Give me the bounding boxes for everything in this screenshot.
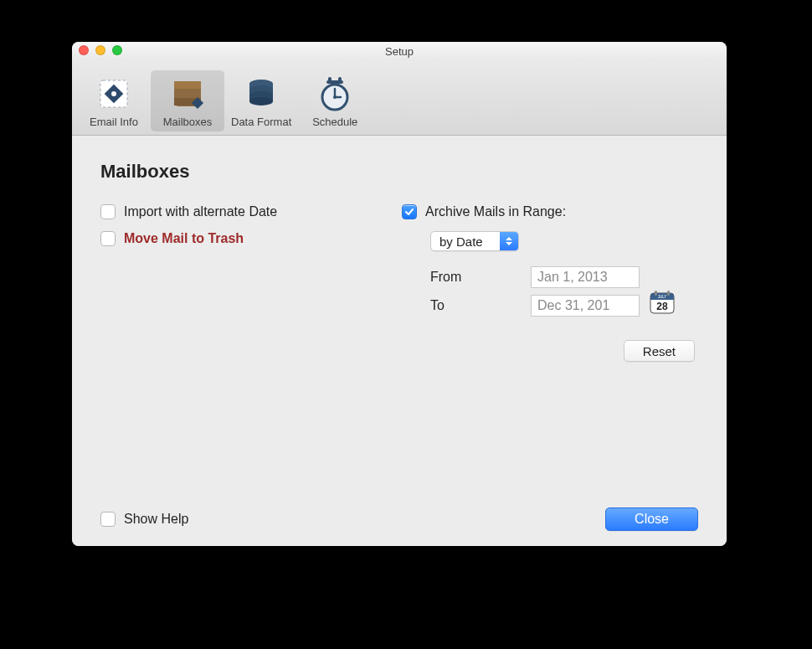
- range-mode-value: by Date: [431, 232, 500, 250]
- footer: Show Help Close: [100, 507, 698, 531]
- close-button[interactable]: Close: [605, 507, 698, 531]
- svg-text:JULY: JULY: [658, 295, 667, 299]
- archive-range-label: Archive Mails in Range:: [425, 204, 566, 219]
- toolbar-item-email-info[interactable]: Email Info: [77, 70, 151, 131]
- toolbar-item-label: Data Format: [231, 116, 291, 128]
- data-format-icon: [243, 75, 280, 112]
- svg-rect-26: [667, 291, 670, 296]
- import-alternate-date-label: Import with alternate Date: [124, 204, 277, 219]
- archive-range-checkbox[interactable]: [402, 204, 417, 219]
- toolbar-item-label: Schedule: [312, 116, 357, 128]
- show-help-label: Show Help: [124, 512, 188, 527]
- range-mode-select[interactable]: by Date: [430, 231, 519, 251]
- schedule-icon: [316, 75, 353, 112]
- setup-window: Setup Email Info: [72, 42, 727, 546]
- from-date-input[interactable]: Jan 1, 2013: [531, 266, 640, 288]
- svg-rect-4: [174, 81, 201, 89]
- to-label: To: [430, 298, 531, 313]
- move-mail-to-trash-label: Move Mail to Trash: [124, 231, 244, 246]
- archive-range-row: Archive Mails in Range:: [402, 204, 698, 219]
- toolbar: Email Info Mailboxes: [72, 60, 727, 136]
- svg-point-14: [249, 97, 273, 106]
- svg-point-21: [333, 95, 337, 99]
- titlebar: Setup: [72, 42, 727, 60]
- svg-rect-17: [326, 80, 343, 84]
- content-area: Mailboxes Import with alternate Date Mov…: [72, 136, 727, 546]
- from-row: From Jan 1, 2013: [430, 266, 698, 288]
- toolbar-item-label: Email Info: [90, 116, 138, 128]
- move-mail-to-trash-checkbox[interactable]: [100, 231, 116, 246]
- calendar-icon: JULY 28: [648, 288, 676, 317]
- show-help-row: Show Help: [100, 512, 188, 527]
- calendar-picker-button[interactable]: JULY 28: [648, 288, 676, 319]
- reset-button[interactable]: Reset: [624, 340, 695, 362]
- window-controls: [79, 45, 122, 55]
- close-window-button[interactable]: [79, 45, 89, 55]
- show-help-checkbox[interactable]: [100, 512, 116, 527]
- page-title: Mailboxes: [100, 161, 698, 183]
- email-info-icon: [95, 75, 132, 112]
- toolbar-item-data-format[interactable]: Data Format: [224, 70, 298, 131]
- move-mail-to-trash-row: Move Mail to Trash: [100, 231, 377, 246]
- from-label: From: [430, 270, 531, 285]
- left-column: Import with alternate Date Move Mail to …: [100, 204, 377, 362]
- right-column: Archive Mails in Range: by Date From Ja: [402, 204, 698, 362]
- svg-rect-25: [655, 291, 657, 296]
- svg-point-2: [111, 91, 116, 96]
- svg-rect-5: [174, 90, 201, 97]
- window-title: Setup: [385, 45, 414, 58]
- select-stepper-icon: [500, 232, 518, 250]
- toolbar-item-schedule[interactable]: Schedule: [298, 70, 372, 131]
- import-alternate-date-checkbox[interactable]: [100, 204, 116, 219]
- to-date-input[interactable]: Dec 31, 201: [531, 295, 640, 317]
- toolbar-item-label: Mailboxes: [163, 116, 213, 128]
- mailbox-icon: [169, 75, 206, 112]
- svg-text:28: 28: [656, 301, 668, 312]
- import-alternate-date-row: Import with alternate Date: [100, 204, 377, 219]
- zoom-window-button[interactable]: [112, 45, 122, 55]
- toolbar-item-mailboxes[interactable]: Mailboxes: [151, 70, 224, 131]
- minimize-window-button[interactable]: [95, 45, 105, 55]
